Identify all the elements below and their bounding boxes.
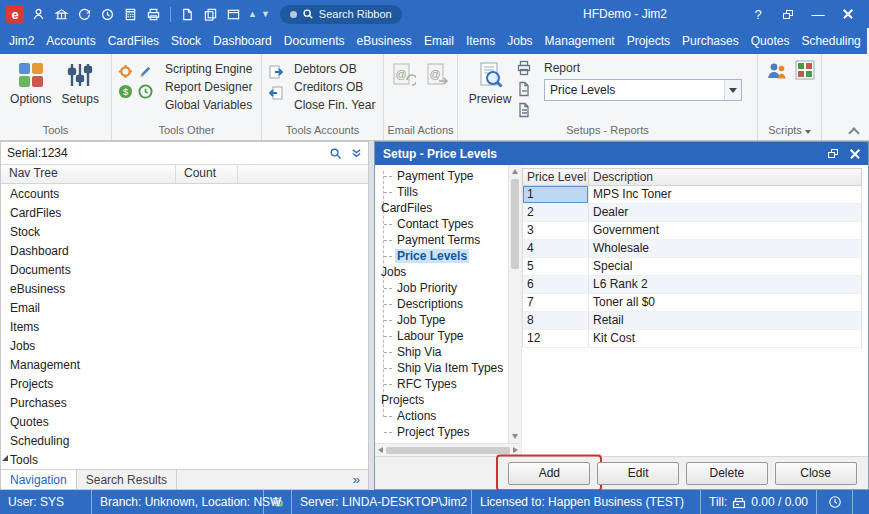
panel-collapse-icon[interactable] <box>351 148 362 159</box>
sidebar-item-tools[interactable]: Tools <box>1 450 368 469</box>
tab-jobs[interactable]: Jobs <box>501 28 538 54</box>
tree-item-cardfiles[interactable]: CardFiles <box>375 200 508 216</box>
report-doc-icon[interactable] <box>516 102 532 118</box>
tree-item-jobs[interactable]: Jobs <box>375 264 508 280</box>
help-button[interactable]: ? <box>743 0 773 28</box>
export-report-icon[interactable] <box>516 81 532 97</box>
sidebar-item-scheduling[interactable]: Scheduling <box>1 431 368 450</box>
delete-button[interactable]: Delete <box>686 462 768 485</box>
status-clock-segment[interactable] <box>817 490 853 514</box>
close-button[interactable] <box>833 0 863 28</box>
tree-item-rfc-types[interactable]: RFC Types <box>375 376 508 392</box>
tree-item-job-priority[interactable]: Job Priority <box>375 280 508 296</box>
printer-icon[interactable] <box>145 6 162 23</box>
sidebar-item-email[interactable]: Email <box>1 298 368 317</box>
tree-item-projects[interactable]: Projects <box>375 392 508 408</box>
arrow-down-icon[interactable]: ▼ <box>261 9 270 19</box>
description-column-header[interactable]: Description <box>589 169 861 185</box>
sidebar-item-jobs[interactable]: Jobs <box>1 336 368 355</box>
close-button[interactable]: Close <box>775 462 857 485</box>
tree-item-payment-terms[interactable]: Payment Terms <box>375 232 508 248</box>
report-dropdown[interactable]: Price Levels <box>544 79 742 101</box>
table-row[interactable]: 3Government <box>523 222 861 240</box>
sidebar-item-accounts[interactable]: Accounts <box>1 184 368 203</box>
print-report-icon[interactable] <box>516 60 532 76</box>
ribbon-button-creditors-ob[interactable]: Creditors OB <box>288 79 381 95</box>
window-stack-icon[interactable] <box>225 6 242 23</box>
tree-item-ship-via-item-types[interactable]: Ship Via Item Types <box>375 360 508 376</box>
tab-quotes[interactable]: Quotes <box>745 28 796 54</box>
document-icon[interactable] <box>179 6 196 23</box>
ribbon-button-scripting-engine[interactable]: Scripting Engine <box>159 61 258 77</box>
sidebar-item-dashboard[interactable]: Dashboard <box>1 241 368 260</box>
tree-item-payment-type[interactable]: Payment Type <box>375 168 508 184</box>
ribbon-button-report-designer[interactable]: Report Designer <box>159 79 258 95</box>
user-icon[interactable] <box>30 6 47 23</box>
tree-horizontal-scrollbar[interactable] <box>375 443 521 456</box>
tree-item-contact-types[interactable]: Contact Types <box>375 216 508 232</box>
tab-email[interactable]: Email <box>418 28 460 54</box>
copy-documents-icon[interactable] <box>202 6 219 23</box>
sidebar-item-items[interactable]: Items <box>1 317 368 336</box>
opening-balance-out-icon[interactable] <box>268 85 284 101</box>
sidebar-item-documents[interactable]: Documents <box>1 260 368 279</box>
bank-icon[interactable] <box>53 6 70 23</box>
refresh-icon[interactable] <box>76 6 93 23</box>
table-row[interactable]: 5Special <box>523 258 861 276</box>
dropdown-arrow[interactable] <box>724 80 741 100</box>
table-row[interactable]: 2Dealer <box>523 204 861 222</box>
tab-stock[interactable]: Stock <box>165 28 207 54</box>
sidebar-item-projects[interactable]: Projects <box>1 374 368 393</box>
nav-search-icon[interactable] <box>329 147 342 160</box>
scrollbar-thumb[interactable] <box>511 179 519 269</box>
setup-window-titlebar[interactable]: Setup - Price Levels <box>375 142 868 165</box>
table-row[interactable]: 1MPS Inc Toner <box>523 186 861 204</box>
sidebar-item-ebusiness[interactable]: eBusiness <box>1 279 368 298</box>
tree-item-labour-type[interactable]: Labour Type <box>375 328 508 344</box>
script-grid-icon[interactable] <box>795 60 815 80</box>
price-level-column-header[interactable]: Price Level <box>523 169 589 185</box>
collapse-ribbon-icon[interactable] <box>849 126 857 134</box>
ribbon-button-debtors-ob[interactable]: Debtors OB <box>288 61 381 77</box>
tab-documents[interactable]: Documents <box>278 28 351 54</box>
table-row[interactable]: 8Retail <box>523 312 861 330</box>
pencil-icon[interactable] <box>138 64 153 79</box>
tab-scheduling[interactable]: Scheduling <box>795 28 866 54</box>
restore-button[interactable] <box>773 0 803 28</box>
tab-items[interactable]: Items <box>460 28 501 54</box>
sidebar-item-quotes[interactable]: Quotes <box>1 412 368 431</box>
scripts-dropdown-icon[interactable] <box>805 130 811 134</box>
people-icon[interactable] <box>765 60 789 84</box>
ribbon-button-global-variables[interactable]: Global Variables <box>159 97 258 113</box>
tab-search-results[interactable]: Search Results <box>77 470 177 489</box>
arrow-up-icon[interactable]: ▲ <box>248 9 257 19</box>
tree-item-tills[interactable]: Tills <box>375 184 508 200</box>
tab-ebusiness[interactable]: eBusiness <box>351 28 418 54</box>
tab-management[interactable]: Management <box>539 28 621 54</box>
tab-jim2[interactable]: Jim2 <box>3 28 40 54</box>
sidebar-item-cardfiles[interactable]: CardFiles <box>1 203 368 222</box>
setup-close-icon[interactable] <box>850 149 860 159</box>
tree-item-job-type[interactable]: Job Type <box>375 312 508 328</box>
sidebar-item-stock[interactable]: Stock <box>1 222 368 241</box>
nav-tree-column-header[interactable]: Nav Tree <box>1 165 176 183</box>
opening-balance-in-icon[interactable] <box>268 64 284 80</box>
tab-cardfiles[interactable]: CardFiles <box>102 28 165 54</box>
history-icon[interactable] <box>99 6 116 23</box>
ribbon-button-close-fin-year[interactable]: Close Fin. Year <box>288 97 381 113</box>
minimize-button[interactable]: — <box>803 0 833 28</box>
table-row[interactable]: 7Toner all $0 <box>523 294 861 312</box>
tab-purchases[interactable]: Purchases <box>676 28 745 54</box>
ribbon-search-box[interactable]: Search Ribbon <box>280 5 402 24</box>
hscrollbar-thumb[interactable] <box>386 447 510 454</box>
dollar-icon[interactable]: $ <box>118 84 133 99</box>
table-row[interactable]: 4Wholesale <box>523 240 861 258</box>
tree-item-ship-via[interactable]: Ship Via <box>375 344 508 360</box>
add-button[interactable]: Add <box>508 462 590 485</box>
overflow-icon[interactable]: » <box>345 470 368 489</box>
sidebar-item-management[interactable]: Management <box>1 355 368 374</box>
email-send-icon[interactable]: @ <box>424 62 450 88</box>
setups-button[interactable]: Setups <box>56 58 106 106</box>
clock-green-icon[interactable] <box>138 84 153 99</box>
table-row[interactable]: 12Kit Cost <box>523 330 861 348</box>
